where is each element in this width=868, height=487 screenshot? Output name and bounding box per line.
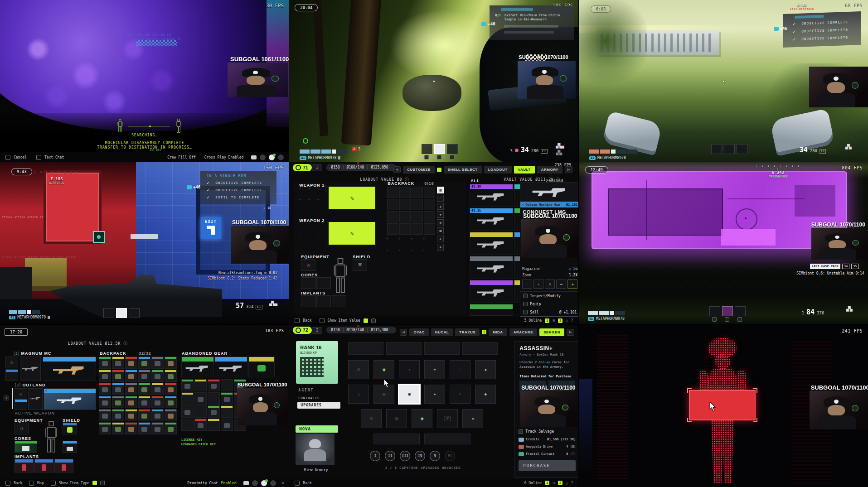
capstone-3[interactable]: III xyxy=(400,451,410,461)
backpack-item[interactable] xyxy=(165,396,177,408)
tab-nucal[interactable]: NUCAL xyxy=(431,328,453,336)
settings-gear-icon[interactable]: ⚙ xyxy=(282,481,284,485)
map-button[interactable]: Map xyxy=(37,481,44,485)
capstone-5[interactable]: V xyxy=(430,451,440,461)
chat-bubble-icon[interactable] xyxy=(251,155,257,159)
backpack-item[interactable] xyxy=(125,357,137,369)
backpack-item[interactable] xyxy=(165,422,177,434)
shell-slot-chip[interactable]: I xyxy=(312,327,322,334)
backpack-item[interactable] xyxy=(125,422,137,434)
upgrade-node-locked[interactable]: ◬ xyxy=(348,385,369,404)
abandoned-item[interactable] xyxy=(221,379,233,391)
gadget-slot-2[interactable] xyxy=(724,144,735,154)
gadget-slot-3[interactable] xyxy=(129,308,140,318)
vault-item-card[interactable] xyxy=(470,280,513,303)
filter-gear-icon[interactable]: ◆ xyxy=(437,211,444,218)
vault-item-card[interactable]: Ø1.8K xyxy=(470,184,513,207)
gadget-slot-1[interactable] xyxy=(711,144,722,154)
weapon1-slot-empty[interactable]: ✎ xyxy=(329,187,375,209)
filter-implant-icon[interactable]: ✚ xyxy=(437,236,444,242)
attachment-slot-skin[interactable]: ❋ xyxy=(567,280,577,289)
tab-sekgen-active[interactable]: SEKGEN xyxy=(539,328,564,336)
abandoned-item[interactable] xyxy=(208,405,220,418)
proximity-chat-state[interactable]: Enabled xyxy=(221,481,237,485)
backpack-item[interactable] xyxy=(112,409,124,421)
back-button[interactable]: Back xyxy=(14,481,22,485)
mag-slot[interactable] xyxy=(5,369,18,381)
backpack-cell[interactable] xyxy=(387,199,398,210)
purchase-button[interactable]: PURCHASE xyxy=(519,460,576,471)
crew-fill-status[interactable]: Crew Fill Off xyxy=(167,155,196,159)
abandoned-item[interactable] xyxy=(194,392,207,405)
backpack-item[interactable] xyxy=(125,396,137,408)
cross-play-status[interactable]: Cross Play Enabled xyxy=(204,155,244,159)
backpack-item[interactable] xyxy=(112,422,124,434)
back-button[interactable]: Back xyxy=(303,318,311,323)
filter-shield-icon[interactable]: ◉ xyxy=(437,219,444,226)
show-item-value-toggle[interactable]: Show Item Value xyxy=(328,318,360,323)
vault-item-card[interactable] xyxy=(470,304,513,316)
tab-mida[interactable]: MIDA xyxy=(489,328,507,336)
tab-oyac[interactable]: OYAC xyxy=(409,328,428,336)
abandoned-item-card[interactable] xyxy=(248,357,275,377)
filter-weapon-icon[interactable]: ⌐ xyxy=(437,195,444,202)
backpack-cell[interactable] xyxy=(424,199,435,210)
tab-traxus[interactable]: TRAXUS xyxy=(455,328,480,336)
backpack-item[interactable] xyxy=(138,357,150,369)
gadget-slot-1[interactable] xyxy=(709,306,720,316)
vault-item-card[interactable] xyxy=(470,256,513,279)
hotkey-1[interactable]: 1 xyxy=(545,318,549,323)
tab-customize[interactable]: CUSTOMIZE xyxy=(403,166,434,174)
help-icon[interactable]: ? xyxy=(571,318,573,323)
core-slot-blue[interactable] xyxy=(63,441,77,453)
upgrade-node-locked[interactable]: ⌖ xyxy=(450,385,470,404)
toggle-on-key[interactable] xyxy=(92,481,97,485)
gadget-slot-2-purple[interactable] xyxy=(722,306,733,316)
backpack-item[interactable] xyxy=(165,383,177,395)
abandoned-item[interactable] xyxy=(181,379,194,391)
tab-right-key[interactable]: ⊳ xyxy=(567,329,574,336)
backpack-cell[interactable] xyxy=(412,199,423,210)
upgrade-node[interactable]: ⚇ xyxy=(361,409,382,428)
backpack-item[interactable] xyxy=(151,422,164,434)
backpack-cell[interactable] xyxy=(424,187,435,198)
backpack-item[interactable] xyxy=(99,370,111,382)
core-slot-1[interactable] xyxy=(301,277,315,289)
action-sell[interactable]: SellØ +1,101 xyxy=(520,308,578,316)
backpack-cell[interactable] xyxy=(412,211,423,222)
tab-vault-active[interactable]: VAULT xyxy=(514,166,535,174)
capstone-2[interactable]: II xyxy=(385,451,395,461)
filter-misc-icon[interactable]: ◈ xyxy=(437,244,444,251)
backpack-item[interactable] xyxy=(151,357,164,369)
upgrade-node-locked[interactable]: ✦ xyxy=(399,360,420,379)
backpack-cell[interactable] xyxy=(399,223,411,235)
gadget-slot-2-active[interactable] xyxy=(116,308,127,318)
capstone-4[interactable]: IV xyxy=(415,451,425,461)
secondary-card[interactable] xyxy=(20,357,41,381)
backpack-item[interactable] xyxy=(165,409,177,421)
core-slot-2[interactable] xyxy=(316,277,331,289)
backpack-item[interactable] xyxy=(138,383,150,395)
attachment-slot[interactable]: ✦ xyxy=(533,280,543,289)
abandoned-item[interactable] xyxy=(208,419,220,431)
tab-loadout[interactable]: LOADOUT xyxy=(484,166,512,174)
track-salvage-action[interactable]: Track Salvage xyxy=(519,429,554,434)
filter-core-icon[interactable]: ■ xyxy=(437,227,444,234)
back-button[interactable]: Back xyxy=(303,481,311,485)
gadget-slot-2-active[interactable] xyxy=(434,144,445,154)
abandoned-item[interactable] xyxy=(221,419,233,431)
backpack-item[interactable] xyxy=(151,409,164,421)
implant-slot-1[interactable] xyxy=(301,295,315,307)
abandoned-item[interactable] xyxy=(208,379,220,391)
abandoned-item[interactable] xyxy=(194,379,207,391)
backpack-cell[interactable] xyxy=(399,211,411,222)
upgrade-node-locked[interactable]: [#] xyxy=(437,409,458,428)
weapon2-slot-empty[interactable]: ✎ xyxy=(329,222,375,245)
vault-filter-all[interactable]: ALL xyxy=(470,178,480,183)
tab-right-key[interactable]: ⊳ xyxy=(565,166,572,173)
chat-bubble-icon[interactable] xyxy=(243,481,249,485)
tab-left-key[interactable]: ⊲ xyxy=(400,329,407,336)
backpack-cell[interactable] xyxy=(424,211,435,222)
filter-ammo-icon[interactable]: ▲ xyxy=(437,203,444,210)
backpack-cell[interactable] xyxy=(399,199,411,210)
